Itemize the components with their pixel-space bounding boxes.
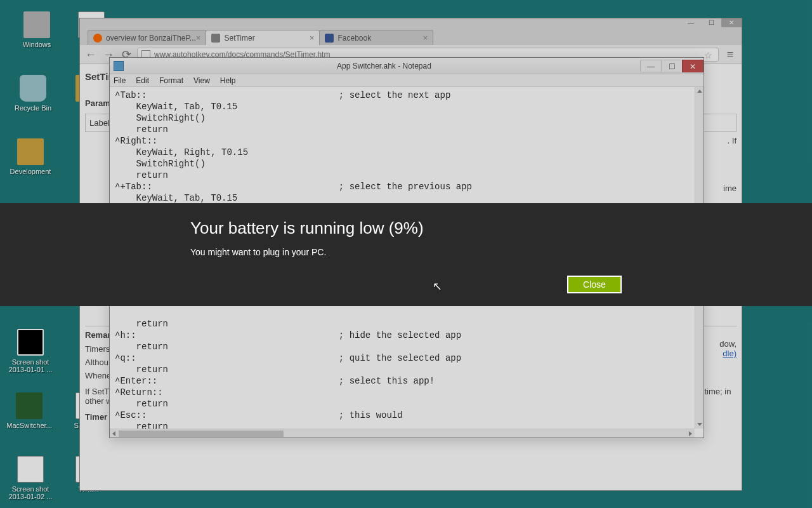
desktop-icon[interactable]: Screen shot 2013-01-01 ... bbox=[5, 329, 56, 373]
cursor-icon: ↖ bbox=[433, 279, 442, 293]
tab-close-icon[interactable]: × bbox=[310, 33, 315, 43]
battery-notification: Your battery is running low (9%) You mig… bbox=[0, 203, 812, 306]
bin-icon bbox=[20, 75, 46, 102]
favicon-icon bbox=[325, 34, 334, 43]
scrollbar-thumb[interactable] bbox=[119, 431, 284, 437]
horizontal-scrollbar[interactable] bbox=[110, 429, 695, 438]
notepad-titlebar[interactable]: App Switcher.ahk - Notepad — ☐ ✕ bbox=[110, 58, 704, 74]
notification-title: Your battery is running low (9%) bbox=[190, 218, 622, 238]
notepad-title: App Switcher.ahk - Notepad bbox=[128, 62, 641, 70]
np-close-button[interactable]: ✕ bbox=[682, 60, 704, 72]
desktop-icon-label: Development bbox=[5, 168, 56, 175]
notification-close-button[interactable]: Close bbox=[567, 276, 622, 293]
desktop-icon[interactable]: Windows bbox=[11, 11, 62, 48]
label-row: Label bbox=[89, 118, 110, 128]
browser-tab[interactable]: overview for BonzaiTheP...× bbox=[88, 30, 206, 45]
desktop-icon-label: Windows bbox=[11, 41, 62, 48]
np-minimize-button[interactable]: — bbox=[640, 60, 662, 72]
menu-item-file[interactable]: File bbox=[114, 76, 126, 85]
notepad-menu: FileEditFormatViewHelp bbox=[110, 74, 704, 87]
desktop-icon-label: Screen shot 2013-01-01 ... bbox=[5, 358, 56, 373]
bookmark-star-icon[interactable]: ☆ bbox=[704, 50, 712, 60]
black-icon bbox=[17, 329, 44, 356]
menu-item-edit[interactable]: Edit bbox=[136, 76, 149, 85]
browser-tab[interactable]: Facebook× bbox=[319, 30, 433, 45]
desktop-icon[interactable]: Recycle Bin bbox=[8, 75, 58, 112]
desktop-icon[interactable]: Development bbox=[5, 138, 56, 175]
green-icon bbox=[16, 392, 43, 419]
tab-label: overview for BonzaiTheP... bbox=[106, 34, 196, 43]
chrome-menu-button[interactable]: ≡ bbox=[723, 48, 738, 62]
notepad-icon bbox=[114, 61, 124, 71]
favicon-icon bbox=[93, 34, 102, 43]
close-button[interactable]: ✕ bbox=[721, 18, 742, 27]
file-icon bbox=[17, 456, 44, 483]
tab-label: SetTimer bbox=[224, 34, 254, 43]
menu-item-view[interactable]: View bbox=[193, 76, 210, 85]
back-button[interactable]: ← bbox=[84, 48, 98, 62]
desktop-icon[interactable]: MacSwitcher... bbox=[4, 392, 55, 429]
desktop-icon[interactable]: Screen shot 2013-01-02 ... bbox=[5, 456, 56, 500]
menu-item-help[interactable]: Help bbox=[220, 76, 236, 85]
tab-close-icon[interactable]: × bbox=[423, 33, 428, 43]
tab-strip: overview for BonzaiTheP...×SetTimer×Face… bbox=[80, 27, 742, 45]
menu-item-format[interactable]: Format bbox=[159, 76, 183, 85]
desktop-icon-label: Screen shot 2013-01-02 ... bbox=[5, 485, 56, 500]
tab-close-icon[interactable]: × bbox=[196, 33, 201, 43]
favicon-icon bbox=[211, 34, 220, 43]
folder-icon bbox=[17, 138, 44, 165]
np-maximize-button[interactable]: ☐ bbox=[661, 60, 683, 72]
maximize-button[interactable]: ☐ bbox=[701, 18, 721, 27]
minimize-button[interactable]: — bbox=[681, 18, 701, 27]
notification-message: You might want to plug in your PC. bbox=[190, 247, 622, 257]
tab-label: Facebook bbox=[337, 34, 371, 43]
browser-tab[interactable]: SetTimer× bbox=[206, 30, 320, 45]
chrome-titlebar[interactable]: — ☐ ✕ bbox=[80, 18, 742, 27]
desktop-icon-label: MacSwitcher... bbox=[4, 422, 55, 429]
desktop-icon-label: Recycle Bin bbox=[8, 104, 58, 112]
drive-icon bbox=[23, 11, 50, 38]
